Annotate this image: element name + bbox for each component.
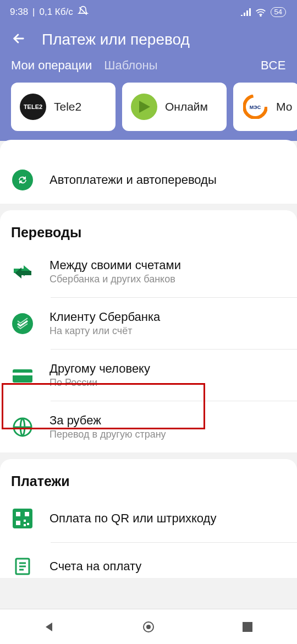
svg-rect-14 [16, 521, 20, 525]
payments-heading: Платежи [0, 459, 297, 495]
row-subtitle: Сбербанка и других банков [50, 274, 286, 285]
tab-my-operations[interactable]: Мои операции [11, 58, 92, 73]
battery-indicator: 54 [271, 7, 286, 17]
template-label: Онлайм [165, 100, 208, 113]
nav-back-button[interactable] [42, 619, 57, 635]
template-label: Мо [276, 100, 292, 113]
status-time: 9:38 [10, 7, 28, 18]
templates-scroll[interactable]: TELE2 Tele2 Онлайм МЭС Мо [0, 73, 297, 131]
dnd-icon [78, 6, 89, 19]
page-title: Платеж или перевод [42, 31, 190, 48]
template-label: Tele2 [54, 100, 81, 113]
row-title: Автоплатежи и автопереводы [50, 173, 286, 187]
svg-point-21 [146, 625, 151, 629]
row-subtitle: На карту или счёт [50, 325, 286, 337]
onlime-icon [131, 94, 157, 120]
svg-rect-12 [16, 512, 20, 516]
svg-rect-17 [24, 524, 26, 526]
tab-templates[interactable]: Шаблоны [104, 58, 157, 73]
nav-home-button[interactable] [141, 619, 156, 635]
system-navbar [0, 609, 297, 644]
payment-qr[interactable]: Оплата по QR или штрихкоду [0, 495, 297, 542]
status-net-speed: 0,1 Кб/с [40, 7, 73, 18]
template-mes[interactable]: МЭС Мо [233, 83, 297, 131]
row-title: Счета на оплату [50, 559, 286, 574]
autopayments-row[interactable]: Автоплатежи и автопереводы [0, 156, 297, 204]
nav-recent-button[interactable] [240, 619, 255, 635]
transfer-abroad[interactable]: За рубеж Перевод в другую страну [0, 401, 297, 452]
status-bar: 9:38 | 0,1 Кб/с 54 [0, 0, 297, 24]
wifi-icon [255, 8, 266, 17]
row-title: Клиенту Сбербанка [50, 310, 286, 324]
transfer-other-person[interactable]: Другому человеку По России [0, 350, 297, 401]
svg-rect-22 [243, 622, 252, 632]
row-title: Другому человеку [50, 362, 286, 376]
svg-rect-15 [24, 520, 26, 522]
transfers-heading: Переводы [0, 210, 297, 246]
qr-icon [11, 507, 34, 530]
payment-invoices[interactable]: Счета на оплату [0, 543, 297, 578]
template-onlime[interactable]: Онлайм [122, 83, 227, 131]
svg-rect-13 [25, 512, 29, 516]
svg-rect-8 [13, 369, 32, 383]
svg-text:МЭС: МЭС [250, 105, 261, 110]
globe-icon [11, 416, 34, 439]
row-subtitle: По России [50, 377, 286, 389]
mes-icon: МЭС [242, 94, 268, 120]
svg-point-4 [12, 170, 33, 190]
invoice-icon [11, 555, 34, 578]
sber-icon [11, 312, 34, 335]
svg-rect-16 [27, 523, 29, 525]
swap-icon [11, 260, 34, 283]
row-subtitle: Перевод в другую страну [50, 429, 286, 440]
transfer-sber-client[interactable]: Клиенту Сбербанка На карту или счёт [0, 298, 297, 349]
all-button[interactable]: ВСЕ [261, 58, 286, 73]
card-icon [11, 364, 34, 387]
row-title: Между своими счетами [50, 258, 286, 272]
tele2-icon: TELE2 [20, 94, 46, 120]
row-title: Оплата по QR или штрихкоду [50, 511, 286, 526]
svg-point-0 [260, 15, 261, 17]
svg-marker-1 [139, 101, 150, 113]
signal-icon [241, 8, 251, 16]
svg-rect-9 [13, 373, 32, 375]
transfer-own-accounts[interactable]: Между своими счетами Сбербанка и других … [0, 246, 297, 297]
row-title: За рубеж [50, 413, 286, 428]
svg-rect-11 [13, 509, 32, 528]
back-button[interactable] [11, 31, 26, 48]
template-tele2[interactable]: TELE2 Tele2 [11, 83, 116, 131]
refresh-icon [11, 168, 34, 192]
svg-marker-19 [46, 623, 52, 631]
